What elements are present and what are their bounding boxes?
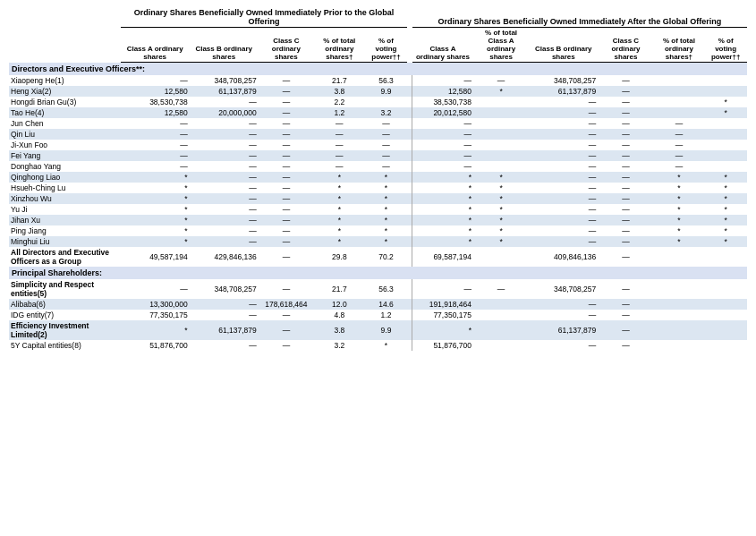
- data-cell: 1.2: [314, 107, 365, 118]
- data-cell: —: [259, 320, 314, 340]
- data-cell: —: [259, 183, 314, 193]
- data-cell: 9.9: [365, 86, 408, 97]
- data-cell: [473, 150, 529, 161]
- post-classA-header: Class A ordinary shares: [412, 28, 473, 63]
- post-classC-header: Class C ordinary shares: [598, 28, 653, 63]
- data-cell: 14.6: [365, 299, 408, 310]
- data-cell: *: [365, 183, 408, 193]
- data-cell: —: [529, 193, 598, 204]
- data-cell: —: [598, 97, 653, 107]
- data-cell: 409,846,136: [529, 247, 598, 267]
- data-cell: [473, 299, 529, 310]
- data-cell: *: [654, 204, 705, 215]
- data-cell: —: [190, 129, 259, 140]
- data-cell: —: [412, 75, 473, 86]
- row-name-cell: IDG entity(7): [9, 310, 121, 320]
- data-cell: —: [190, 236, 259, 247]
- data-cell: [704, 86, 747, 97]
- data-cell: [704, 118, 747, 129]
- data-cell: —: [121, 118, 190, 129]
- data-cell: [654, 107, 705, 118]
- data-cell: *: [365, 225, 408, 236]
- data-cell: *: [654, 172, 705, 183]
- data-cell: [654, 247, 705, 267]
- row-name-cell: Minghui Liu: [9, 236, 121, 247]
- data-cell: —: [190, 150, 259, 161]
- row-name-cell: Qinghong Liao: [9, 172, 121, 183]
- data-cell: —: [190, 140, 259, 150]
- data-cell: —: [529, 340, 598, 351]
- data-cell: —: [412, 129, 473, 140]
- data-cell: *: [365, 236, 408, 247]
- data-cell: 12.0: [314, 299, 365, 310]
- table-row: Qin Liu—————————: [9, 129, 747, 140]
- data-cell: 38,530,738: [121, 97, 190, 107]
- data-cell: *: [704, 225, 747, 236]
- data-cell: —: [190, 118, 259, 129]
- data-cell: —: [598, 204, 653, 215]
- data-cell: *: [365, 172, 408, 183]
- data-cell: *: [121, 215, 190, 225]
- data-cell: —: [598, 150, 653, 161]
- data-cell: —: [314, 161, 365, 172]
- data-cell: —: [259, 340, 314, 351]
- row-name-cell: Fei Yang: [9, 150, 121, 161]
- row-name-cell: Jihan Xu: [9, 215, 121, 225]
- data-cell: —: [314, 118, 365, 129]
- data-cell: *: [654, 183, 705, 193]
- row-name-cell: Alibaba(6): [9, 299, 121, 310]
- row-name-cell: Donghao Yang: [9, 161, 121, 172]
- data-cell: —: [598, 340, 653, 351]
- table-row: 5Y Capital entities(8)51,876,700——3.2*51…: [9, 340, 747, 351]
- data-cell: 13,300,000: [121, 299, 190, 310]
- row-name-cell: Heng Xia(2): [9, 86, 121, 97]
- post-pct-voting-header: % of voting power††: [704, 28, 747, 63]
- data-cell: —: [529, 107, 598, 118]
- data-cell: *: [704, 236, 747, 247]
- data-cell: 69,587,194: [412, 247, 473, 267]
- data-cell: —: [598, 225, 653, 236]
- data-cell: —: [412, 279, 473, 299]
- data-cell: —: [529, 299, 598, 310]
- data-cell: [365, 97, 408, 107]
- data-cell: —: [190, 193, 259, 204]
- data-cell: 49,587,194: [121, 247, 190, 267]
- table-row: Minghui Liu*——****——**: [9, 236, 747, 247]
- data-cell: —: [529, 118, 598, 129]
- data-cell: *: [654, 236, 705, 247]
- data-cell: 3.8: [314, 320, 365, 340]
- pre-classB-header: Class B ordinary shares: [190, 28, 259, 63]
- data-cell: [473, 140, 529, 150]
- data-cell: [654, 310, 705, 320]
- data-cell: *: [314, 204, 365, 215]
- data-cell: —: [365, 140, 408, 150]
- table-row: Hsueh-Ching Lu*——****——**: [9, 183, 747, 193]
- data-cell: —: [259, 75, 314, 86]
- data-cell: —: [190, 204, 259, 215]
- pre-classC-header: Class C ordinary shares: [259, 28, 314, 63]
- data-cell: [473, 247, 529, 267]
- data-cell: 429,846,136: [190, 247, 259, 267]
- data-cell: [473, 107, 529, 118]
- row-name-cell: Hongdi Brian Gu(3): [9, 97, 121, 107]
- data-cell: 61,137,879: [529, 320, 598, 340]
- data-cell: [654, 320, 705, 340]
- data-cell: [704, 140, 747, 150]
- data-cell: 4.8: [314, 310, 365, 320]
- data-cell: *: [314, 172, 365, 183]
- data-cell: —: [259, 172, 314, 183]
- data-cell: [654, 299, 705, 310]
- data-cell: 51,876,700: [121, 340, 190, 351]
- row-name-cell: Tao He(4): [9, 107, 121, 118]
- data-cell: —: [598, 215, 653, 225]
- data-cell: 51,876,700: [412, 340, 473, 351]
- table-row: Donghao Yang—————————: [9, 161, 747, 172]
- data-cell: —: [190, 215, 259, 225]
- section-title-1: Principal Shareholders:: [9, 267, 747, 279]
- data-cell: —: [121, 161, 190, 172]
- row-name-cell: Jun Chen: [9, 118, 121, 129]
- ownership-table: Ordinary Shares Beneficially Owned Immed…: [9, 7, 747, 351]
- data-cell: 348,708,257: [529, 75, 598, 86]
- data-cell: [704, 310, 747, 320]
- data-cell: [473, 129, 529, 140]
